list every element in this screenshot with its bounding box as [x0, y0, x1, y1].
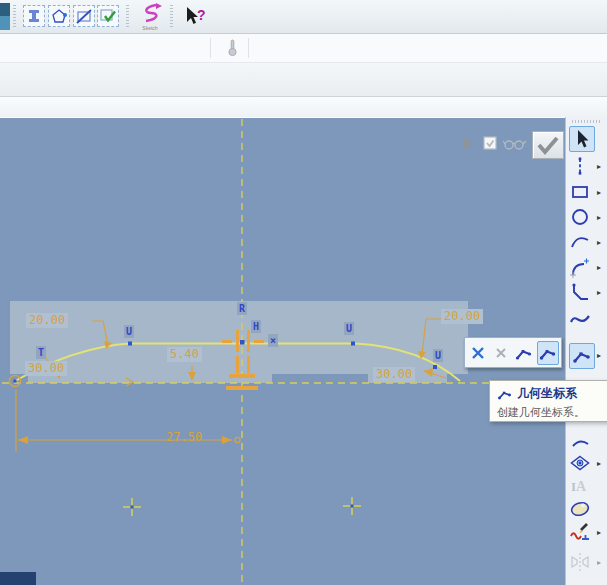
constraint-point[interactable]: ×: [268, 334, 278, 347]
spline-tool-button[interactable]: [569, 308, 593, 332]
fillet-flyout-arrow[interactable]: ▸: [597, 264, 601, 272]
dimension-eye-icon: [569, 452, 591, 474]
coordinate-system-flyout-arrow[interactable]: ▸: [597, 352, 601, 360]
toolbar-grip[interactable]: [170, 5, 173, 28]
select-tool-button[interactable]: [569, 126, 595, 152]
play-icon[interactable]: [461, 136, 475, 151]
overlapping-geometry-button[interactable]: [73, 5, 95, 27]
toolbar-grip[interactable]: [126, 5, 129, 28]
line-tool-button[interactable]: [569, 155, 593, 179]
mirror-icon: [569, 551, 591, 573]
line-icon: [569, 155, 591, 177]
mirror-tool-button[interactable]: [569, 551, 593, 575]
constraint-tangent[interactable]: U: [433, 349, 443, 362]
tooltip: 几何坐标系 创建几何坐标系。: [489, 380, 607, 422]
use-edge-icon: [569, 428, 591, 450]
thermometer-button[interactable]: [224, 37, 242, 59]
circle-tool-button[interactable]: [569, 206, 593, 230]
arc-icon: [569, 231, 591, 253]
coordinate-system-flyout-button[interactable]: [514, 341, 535, 365]
ok-check-icon: [534, 133, 562, 157]
constraint-tangent[interactable]: T: [36, 346, 46, 359]
spline-icon: [569, 308, 591, 330]
tooltip-title: 几何坐标系: [517, 385, 577, 402]
toolbar-grip[interactable]: [572, 120, 602, 123]
dimension-label[interactable]: 20.00: [26, 313, 68, 328]
svg-text:?: ?: [197, 7, 206, 23]
dimension-label[interactable]: 30.00: [25, 361, 67, 376]
highlight-open-ends-button[interactable]: [48, 5, 70, 27]
point-tool-button[interactable]: [467, 341, 488, 365]
diagnostics-toolbar: Sketch ?: [0, 0, 607, 34]
context-help-button[interactable]: ?: [183, 5, 209, 29]
rectangle-flyout-arrow[interactable]: ▸: [597, 189, 601, 197]
separator: [248, 38, 249, 58]
coordinate-system-tool-button[interactable]: [569, 343, 595, 369]
sketcher-window: { "top_toolbar": { "diagnostics": [ {"na…: [0, 0, 607, 585]
construction-point-x-icon: [494, 346, 508, 360]
thermometer-icon: [224, 37, 242, 59]
clipped-icon[interactable]: [0, 3, 10, 30]
fillet-tool-button[interactable]: [569, 256, 593, 280]
use-edge-tool-button[interactable]: [569, 428, 593, 452]
checkbox-icon[interactable]: [483, 136, 498, 151]
construction-point-tool-button[interactable]: [490, 341, 511, 365]
ok-button[interactable]: [532, 131, 564, 159]
toolbar-lower-strip: [0, 97, 607, 118]
toolbar-grip[interactable]: [13, 5, 16, 28]
chamfer-tool-button[interactable]: [569, 281, 593, 305]
shade-closed-loops-button[interactable]: [23, 5, 45, 27]
rectangle-tool-button[interactable]: [569, 181, 593, 205]
point-x-icon: [470, 345, 486, 361]
palette-tool-button[interactable]: [569, 497, 593, 521]
constraint-radius[interactable]: R: [237, 302, 247, 315]
mirror-flyout-arrow[interactable]: ▸: [597, 559, 601, 567]
geometry-coordinate-system-icon: [538, 343, 558, 363]
sketch-mode-button[interactable]: Sketch: [136, 2, 164, 31]
palette-icon: [569, 497, 591, 519]
arc-flyout-arrow[interactable]: ▸: [597, 239, 601, 247]
chamfer-icon: [569, 281, 591, 303]
help-cursor-icon: ?: [183, 5, 209, 29]
tooltip-description: 创建几何坐标系。: [497, 405, 607, 420]
overlap-icon: [75, 7, 93, 25]
trim-icon: [569, 521, 591, 543]
sketch-icon-caption: Sketch: [136, 25, 164, 31]
text-tool-button[interactable]: I A: [569, 475, 593, 499]
coordinate-system-icon: [514, 343, 534, 363]
dimension-label[interactable]: 27.50: [166, 430, 202, 444]
trim-tool-button[interactable]: [569, 521, 593, 545]
circle-flyout-arrow[interactable]: ▸: [597, 214, 601, 222]
dimension-label[interactable]: 5.40: [167, 347, 202, 362]
feature-requirements-button[interactable]: [97, 5, 119, 27]
chamfer-flyout-arrow[interactable]: ▸: [597, 289, 601, 297]
dimension-label[interactable]: 20.00: [441, 309, 483, 324]
rectangle-icon: [569, 181, 591, 203]
glasses-icon[interactable]: [503, 137, 527, 151]
closed-loops-icon: [25, 7, 43, 25]
dimension-label[interactable]: 30.00: [373, 367, 415, 382]
text-icon: I A: [569, 475, 591, 497]
sketch-curve-icon: [136, 2, 164, 24]
fillet-icon: [569, 256, 591, 278]
coordinate-system-icon: [497, 386, 512, 401]
constraint-horizontal[interactable]: H: [251, 320, 261, 333]
dimension-tool-button[interactable]: [569, 452, 593, 476]
trim-flyout-arrow[interactable]: ▸: [597, 529, 601, 537]
geometry-coordinate-system-button[interactable]: [537, 341, 559, 365]
dimension-flyout-arrow[interactable]: ▸: [597, 460, 601, 468]
dimension-ref-circle: [235, 437, 240, 442]
line-flyout-arrow[interactable]: ▸: [597, 163, 601, 171]
arc-tool-button[interactable]: [569, 231, 593, 255]
separator: [210, 38, 211, 58]
open-ends-icon: [50, 7, 68, 25]
filter-bar: 全部: [0, 34, 607, 63]
constraint-tangent[interactable]: U: [124, 325, 134, 338]
requirements-check-icon: [99, 7, 117, 25]
window-corner: [0, 572, 36, 585]
constraint-tangent[interactable]: U: [344, 322, 354, 335]
review-bar: [0, 63, 607, 97]
point-coordinate-flyout: [464, 337, 562, 368]
select-arrow-icon: [571, 128, 593, 150]
svg-text:A: A: [576, 479, 587, 494]
